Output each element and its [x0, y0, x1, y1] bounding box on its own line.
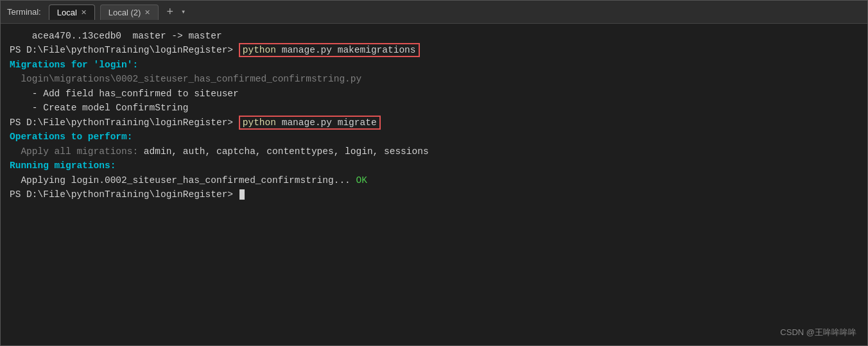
tab-local-close[interactable]: ✕ — [81, 8, 87, 17]
terminal-titlebar: Terminal: Local ✕ Local (2) ✕ + ▾ — [1, 1, 867, 24]
tab-local[interactable]: Local ✕ — [49, 4, 95, 20]
tab-local2-label: Local (2) — [108, 8, 141, 17]
tab-dropdown-icon[interactable]: ▾ — [181, 7, 186, 17]
watermark: CSDN @王哞哞哞哞 — [780, 327, 856, 338]
line-prompt-end: PS D:\File\pythonTraining\loginRegister> — [10, 187, 858, 202]
line-cmd2: PS D:\File\pythonTraining\loginRegister>… — [10, 116, 858, 130]
terminal-label: Terminal: — [7, 7, 41, 17]
tab-local2-close[interactable]: ✕ — [144, 8, 150, 17]
tab-local-label: Local — [57, 8, 77, 17]
line-running-heading: Running migrations: — [10, 159, 858, 173]
tab-local2[interactable]: Local (2) ✕ — [100, 4, 159, 20]
line-operations-heading: Operations to perform: — [10, 130, 858, 144]
line-migrations-heading: Migrations for 'login': — [10, 58, 858, 72]
line-cmd1: PS D:\File\pythonTraining\loginRegister>… — [10, 43, 858, 57]
line-git-output: acea470..13cedb0 master -> master — [10, 29, 858, 43]
line-migration-file: login\migrations\0002_siteuser_has_confi… — [10, 72, 858, 86]
line-apply-all: Apply all migrations: admin, auth, captc… — [10, 144, 858, 159]
terminal-window: Terminal: Local ✕ Local (2) ✕ + ▾ acea47… — [0, 0, 868, 346]
terminal-body: acea470..13cedb0 master -> master PS D:\… — [1, 24, 867, 345]
line-add-field: - Add field has_confirmed to siteuser — [10, 87, 858, 101]
cursor — [239, 189, 245, 200]
line-applying: Applying login.0002_siteuser_has_confirm… — [10, 173, 858, 187]
tab-add-button[interactable]: + — [164, 5, 176, 19]
line-create-model: - Create model ConfirmString — [10, 101, 858, 115]
